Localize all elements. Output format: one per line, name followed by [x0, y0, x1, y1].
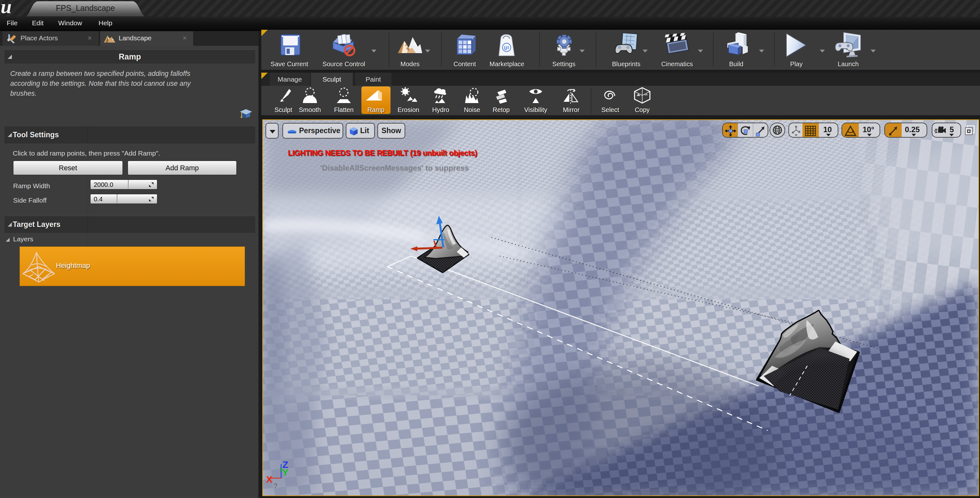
- svg-text:Y: Y: [282, 467, 288, 477]
- svg-text:?: ?: [274, 482, 278, 490]
- svg-text:X: X: [266, 474, 272, 485]
- svg-text:FPS_Landscape: FPS_Landscape: [56, 3, 115, 13]
